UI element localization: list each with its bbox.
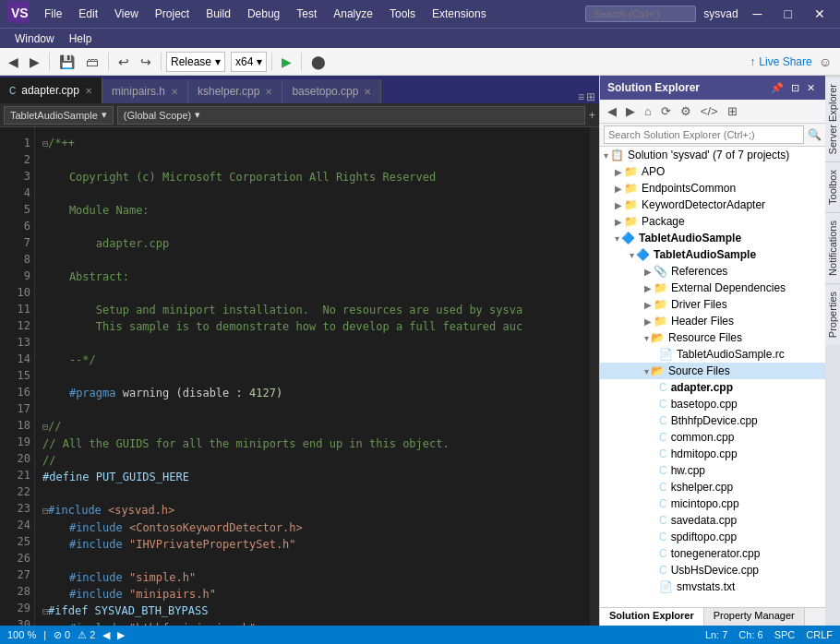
breakpoint-button[interactable]: ⬤ xyxy=(306,52,330,72)
tab-close-basetopo[interactable]: ✕ xyxy=(364,87,371,97)
menu-test[interactable]: Test xyxy=(289,4,324,24)
se-tab-property-manager[interactable]: Property Manager xyxy=(704,608,805,626)
tab-minipairs[interactable]: minipairs.h ✕ xyxy=(102,79,188,103)
scope2-dropdown[interactable]: (Global Scope) ▾ xyxy=(117,106,585,125)
properties-tab[interactable]: Properties xyxy=(825,283,840,345)
tree-item-headerfiles[interactable]: ▶ 📁 Header Files xyxy=(600,313,825,329)
tree-item-extdeps[interactable]: ▶ 📁 External Dependencies xyxy=(600,280,825,296)
undo-button[interactable]: ↩ xyxy=(114,52,134,72)
close-button[interactable]: ✕ xyxy=(807,3,833,25)
menu-window[interactable]: Window xyxy=(7,29,62,49)
menu-build[interactable]: Build xyxy=(198,4,238,24)
se-home-btn[interactable]: ⌂ xyxy=(641,102,655,120)
nav-forward-icon[interactable]: ▶ xyxy=(117,629,125,641)
tree-item-solution[interactable]: ▾ 📋 Solution 'sysvad' (7 of 7 projects) xyxy=(600,147,825,163)
tree-item-endpointscommon[interactable]: ▶ 📁 EndpointsCommon xyxy=(600,180,825,197)
menu-view[interactable]: View xyxy=(107,4,146,24)
title-search-input[interactable] xyxy=(585,6,696,22)
tree-item-tabletrc[interactable]: 📄 TabletAudioSample.rc xyxy=(600,346,825,363)
toolbox-tab[interactable]: Toolbox xyxy=(825,161,840,212)
arrow-tabletaudio-root: ▾ xyxy=(615,233,619,244)
se-float-button[interactable]: ⊡ xyxy=(788,81,802,95)
se-code-btn[interactable]: </> xyxy=(697,102,722,120)
editor-content[interactable]: 1 2 3 4 5 6 7 8 9 10 11 12 13 14 15 16 1… xyxy=(0,127,599,626)
crlf-indicator[interactable]: CRLF xyxy=(806,629,833,640)
forward-button[interactable]: ▶ xyxy=(25,52,44,72)
tree-item-smvstats[interactable]: 📄 smvstats.txt xyxy=(600,578,825,595)
tab-close-minipairs[interactable]: ✕ xyxy=(171,87,178,97)
tab-close-adapter[interactable]: ✕ xyxy=(85,86,92,96)
tree-item-resourcefiles[interactable]: ▾ 📂 Resource Files xyxy=(600,329,825,346)
tree-item-driverfiles[interactable]: ▶ 📁 Driver Files xyxy=(600,296,825,313)
tree-item-package[interactable]: ▶ 📁 Package xyxy=(600,213,825,230)
se-pin-button[interactable]: 📌 xyxy=(768,81,786,95)
back-button[interactable]: ◀ xyxy=(4,52,23,72)
arrow-package: ▶ xyxy=(615,217,622,227)
feedback-button[interactable]: ☺ xyxy=(814,52,836,72)
se-search-input[interactable] xyxy=(604,125,804,144)
save-button[interactable]: 💾 xyxy=(54,52,79,72)
tree-item-common[interactable]: C common.cpp xyxy=(600,429,825,446)
menu-analyze[interactable]: Analyze xyxy=(326,4,380,24)
tree-item-keyword[interactable]: ▶ 📁 KeywordDetectorAdapter xyxy=(600,197,825,213)
scope1-dropdown[interactable]: TabletAudioSample ▾ xyxy=(4,106,114,125)
menu-extensions[interactable]: Extensions xyxy=(425,4,494,24)
se-settings-btn[interactable]: ⚙ xyxy=(677,102,695,120)
se-expand-btn[interactable]: ⊞ xyxy=(724,102,741,120)
config-dropdown[interactable]: Release ▾ xyxy=(166,52,225,72)
tree-item-micintopo[interactable]: C micintopo.cpp xyxy=(600,495,825,512)
label-spdiftopo: spdiftopo.cpp xyxy=(671,531,737,543)
live-share-button[interactable]: ↑ Live Share xyxy=(750,55,811,68)
tab-basetopo[interactable]: basetopo.cpp ✕ xyxy=(282,79,381,103)
tab-kshelper[interactable]: kshelper.cpp ✕ xyxy=(188,79,282,103)
platform-dropdown[interactable]: x64 ▾ xyxy=(231,52,267,72)
new-vertical-tab-button[interactable]: ⊞ xyxy=(586,90,595,103)
menu-project[interactable]: Project xyxy=(148,4,197,24)
tree-item-sourcefiles[interactable]: ▾ 📂 Source Files xyxy=(600,363,825,379)
minimize-button[interactable]: ─ xyxy=(746,3,770,25)
code-editor[interactable]: ⊟/*++ Copyright (c) Microsoft Corporatio… xyxy=(35,127,590,626)
tree-item-tonegenerator[interactable]: C tonegenerator.cpp xyxy=(600,545,825,562)
redo-button[interactable]: ↪ xyxy=(136,52,156,72)
save-all-button[interactable]: 🗃 xyxy=(81,52,103,72)
label-adapter: adapter.cpp xyxy=(671,381,733,394)
notifications-tab[interactable]: Notifications xyxy=(825,212,840,283)
editor-scrollbar[interactable] xyxy=(590,127,599,626)
tree-item-references[interactable]: ▶ 📎 References xyxy=(600,263,825,280)
cpp-icon-savedata: C xyxy=(659,514,667,527)
menu-tools[interactable]: Tools xyxy=(382,4,423,24)
tree-item-hw[interactable]: C hw.cpp xyxy=(600,462,825,479)
tree-item-hdmitopo[interactable]: C hdmitopo.cpp xyxy=(600,446,825,462)
menu-edit[interactable]: Edit xyxy=(71,4,105,24)
tree-item-tabletaudio[interactable]: ▾ 🔷 TabletAudioSample xyxy=(600,246,825,263)
menu-debug[interactable]: Debug xyxy=(240,4,287,24)
folder-icon-sourcefiles: 📂 xyxy=(651,364,665,377)
tab-adapter-cpp[interactable]: C adapter.cpp ✕ xyxy=(0,78,102,103)
tree-item-savedata[interactable]: C savedata.cpp xyxy=(600,512,825,529)
tree-item-basetopo[interactable]: C basetopo.cpp xyxy=(600,396,825,412)
tab-list-button[interactable]: ≡ xyxy=(578,90,584,103)
se-tree[interactable]: ▾ 📋 Solution 'sysvad' (7 of 7 projects) … xyxy=(600,147,825,607)
menu-file[interactable]: File xyxy=(37,4,69,24)
tree-item-spdiftopo[interactable]: C spdiftopo.cpp xyxy=(600,529,825,545)
tree-item-kshelper[interactable]: C kshelper.cpp xyxy=(600,479,825,495)
server-explorer-tab[interactable]: Server Explorer xyxy=(825,76,840,161)
menu-help[interactable]: Help xyxy=(62,29,100,49)
maximize-button[interactable]: □ xyxy=(777,3,799,25)
se-sync-btn[interactable]: ⟳ xyxy=(657,102,675,120)
editor-tabs: C adapter.cpp ✕ minipairs.h ✕ kshelper.c… xyxy=(0,76,599,103)
tree-item-adapter[interactable]: C adapter.cpp xyxy=(600,379,825,396)
tree-item-usbhs[interactable]: C UsbHsDevice.cpp xyxy=(600,562,825,578)
se-close-button[interactable]: ✕ xyxy=(804,81,818,95)
label-references: References xyxy=(671,265,727,278)
se-tab-solution-explorer[interactable]: Solution Explorer xyxy=(600,608,704,626)
nav-back-icon[interactable]: ◀ xyxy=(102,629,110,641)
tree-item-apo[interactable]: ▶ 📁 APO xyxy=(600,163,825,180)
se-back-btn[interactable]: ◀ xyxy=(604,102,620,120)
tab-close-kshelper[interactable]: ✕ xyxy=(265,87,272,97)
code-add-button[interactable]: + xyxy=(589,109,595,122)
tree-item-tabletaudio-root[interactable]: ▾ 🔷 TabletAudioSample xyxy=(600,230,825,246)
start-debug-button[interactable]: ▶ xyxy=(277,52,296,72)
se-forward-btn[interactable]: ▶ xyxy=(622,102,639,120)
tree-item-bthhfp[interactable]: C BthhfpDevice.cpp xyxy=(600,412,825,429)
